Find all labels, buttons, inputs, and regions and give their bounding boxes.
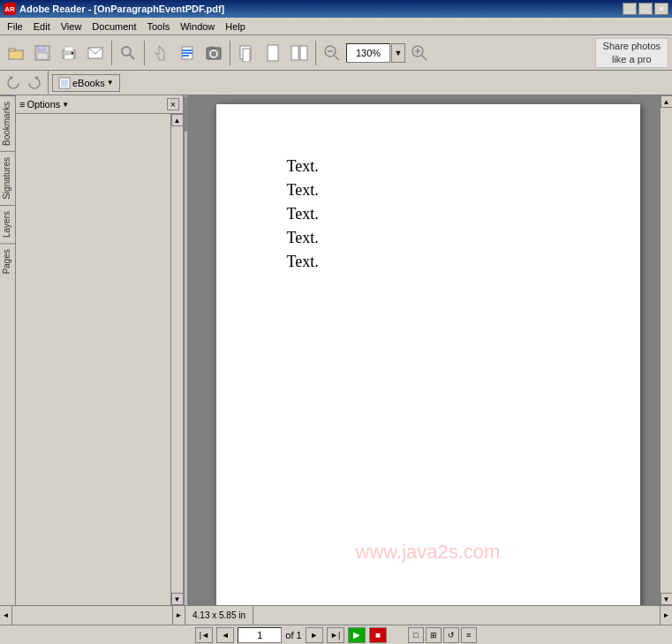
ebooks-dropdown-icon: ▼ (107, 79, 114, 87)
svg-rect-19 (210, 47, 214, 49)
stop-button[interactable]: ■ (369, 627, 387, 643)
save-button[interactable] (30, 41, 55, 65)
menu-view[interactable]: View (56, 19, 87, 34)
panel-options-label: Options (26, 99, 60, 110)
pdf-scroll-up[interactable]: ▲ (661, 95, 673, 108)
zoom-in-button[interactable] (407, 41, 432, 65)
snapshot-button[interactable] (201, 41, 226, 65)
menu-file[interactable]: File (2, 19, 28, 34)
last-page-button[interactable]: ►| (327, 627, 344, 643)
open-button[interactable] (4, 41, 28, 65)
maximize-button[interactable]: □ (638, 3, 653, 15)
menu-edit[interactable]: Edit (28, 19, 56, 34)
pdf-scroll-down[interactable]: ▼ (661, 593, 673, 605)
svg-rect-24 (300, 46, 307, 60)
separator-5 (48, 71, 49, 95)
print-button[interactable] (57, 41, 81, 65)
email-button[interactable] (83, 41, 108, 65)
separator-3 (230, 41, 230, 65)
status-left: ◄ ► (0, 606, 185, 625)
minimize-button[interactable]: _ (623, 3, 637, 15)
zoom-out-button[interactable] (320, 41, 344, 65)
pdf-scrollbar-right: ▲ ▼ (660, 95, 672, 605)
menu-tools[interactable]: Tools (142, 19, 176, 34)
tab-bookmarks[interactable]: Bookmarks (0, 95, 15, 151)
h-scroll-right[interactable]: ► (172, 606, 185, 625)
next-page-button[interactable]: ► (306, 627, 323, 643)
svg-point-8 (72, 51, 74, 54)
page-number: 1 (257, 630, 262, 640)
pdf-watermark: www.java2s.com (356, 541, 501, 564)
panel-options-button[interactable]: ≡ Options ▼ (19, 99, 69, 110)
svg-point-10 (122, 47, 131, 56)
status-bar: ◄ ► 4.13 x 5.85 in ► (0, 605, 672, 625)
svg-rect-1 (9, 49, 15, 51)
zoom-input[interactable]: 130% (346, 43, 390, 63)
panel-close-button[interactable]: × (167, 98, 179, 110)
menu-help[interactable]: Help (220, 19, 251, 34)
pdf-text-5: Text. (287, 253, 319, 271)
close-button[interactable]: × (654, 3, 668, 15)
total-pages: of 1 (285, 630, 301, 640)
hand-tool-button[interactable] (148, 41, 173, 65)
separator-1 (111, 41, 112, 65)
svg-line-11 (130, 55, 134, 59)
panel-header: ≡ Options ▼ × (16, 95, 183, 114)
svg-marker-33 (34, 76, 38, 80)
panel-content: ▲ ▼ (16, 114, 183, 605)
separator-4 (315, 41, 316, 65)
panel-scrollbar: ▲ ▼ (170, 114, 183, 605)
left-tabs: Bookmarks Signatures Layers Pages (0, 95, 16, 605)
pdf-text-3: Text. (287, 205, 319, 224)
status-dimensions: 4.13 x 5.85 in (185, 606, 253, 625)
ebooks-label: eBooks (72, 78, 105, 88)
menu-window[interactable]: Window (175, 19, 220, 34)
pdf-text-2: Text. (287, 181, 319, 200)
main-toolbar: 130% ▼ Share photos like a pro (0, 35, 672, 71)
first-page-button[interactable]: |◄ (195, 627, 213, 643)
svg-rect-23 (291, 46, 298, 60)
panel-resize-handle[interactable] (184, 95, 188, 605)
svg-line-27 (335, 56, 339, 60)
main-area: Bookmarks Signatures Layers Pages ≡ Opti… (0, 95, 672, 605)
view-full-button[interactable]: ⊞ (426, 627, 442, 643)
h-scroll-track[interactable] (12, 606, 172, 625)
svg-rect-22 (268, 45, 278, 61)
rotate-left-button[interactable] (4, 73, 23, 93)
prev-page-button[interactable]: ◄ (216, 627, 234, 643)
two-page-button[interactable] (287, 41, 312, 65)
ebooks-button[interactable]: eBooks ▼ (52, 74, 120, 92)
single-page-button[interactable] (260, 41, 285, 65)
title-bar: AR Adobe Reader - [OnParagraphEventPDF.p… (0, 0, 672, 18)
h-scroll-left[interactable]: ◄ (0, 606, 12, 625)
view-single-button[interactable]: □ (408, 627, 424, 643)
h-scroll-right-2[interactable]: ► (660, 606, 672, 625)
share-photos-label: Share photos like a pro (603, 40, 661, 65)
page-back-button[interactable] (234, 41, 259, 65)
pdf-page: Text. Text. Text. Text. Text. www.java2s… (216, 104, 640, 605)
view-option-button[interactable]: ≡ (461, 627, 477, 643)
current-page-input[interactable]: 1 (238, 627, 282, 643)
view-buttons: □ ⊞ ↺ ≡ (408, 627, 477, 643)
separator-2 (144, 41, 145, 65)
scroll-down-arrow[interactable]: ▼ (171, 593, 184, 605)
scroll-up-arrow[interactable]: ▲ (171, 114, 184, 126)
view-rotate-button[interactable]: ↺ (443, 627, 459, 643)
title-bar-buttons: _ □ × (623, 3, 668, 15)
search-button[interactable] (116, 41, 140, 65)
svg-rect-3 (38, 46, 45, 51)
tab-pages[interactable]: Pages (0, 243, 15, 279)
select-tool-button[interactable] (175, 41, 200, 65)
panel-options-icon: ≡ (19, 99, 25, 110)
share-photos-button[interactable]: Share photos like a pro (595, 38, 668, 68)
tab-signatures[interactable]: Signatures (0, 151, 15, 205)
nav-bar: |◄ ◄ 1 of 1 ► ►| ▶ ■ □ ⊞ ↺ ≡ (0, 625, 672, 644)
play-button[interactable]: ▶ (348, 627, 366, 643)
pdf-text-1: Text. (287, 157, 319, 176)
tab-layers[interactable]: Layers (0, 205, 15, 243)
rotate-right-button[interactable] (25, 73, 44, 93)
menu-document[interactable]: Document (87, 19, 141, 34)
pdf-text-4: Text. (287, 229, 319, 247)
zoom-dropdown-button[interactable]: ▼ (391, 43, 405, 63)
pdf-page-area: Text. Text. Text. Text. Text. www.java2s… (184, 95, 672, 605)
